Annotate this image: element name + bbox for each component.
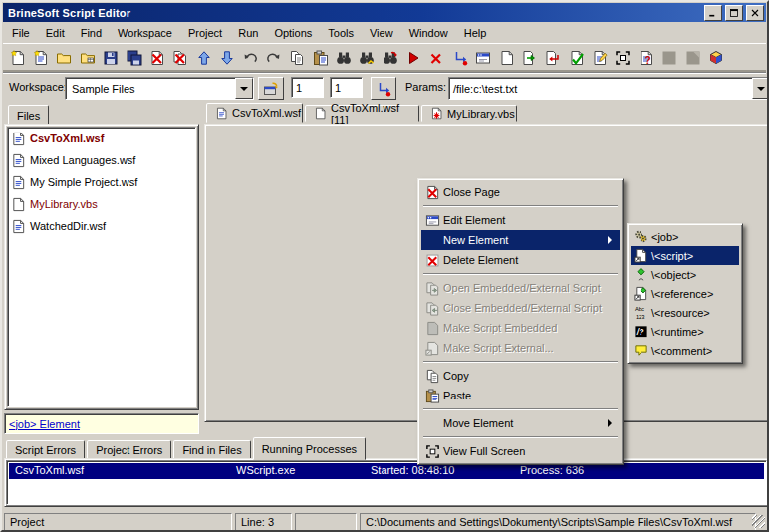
menu-window[interactable]: Window bbox=[401, 25, 456, 41]
status-bar: ProjectLine: 3C:\Documents and Settings\… bbox=[4, 510, 765, 531]
file-item-mixed-languages-wsf[interactable]: Mixed Languages.wsf bbox=[8, 149, 195, 171]
menu-help[interactable]: Help bbox=[456, 25, 495, 41]
file-item-csvtoxml-wsf[interactable]: CsvToXml.wsf bbox=[8, 128, 195, 149]
workspace-combo-dropdown[interactable] bbox=[235, 78, 253, 99]
file-item-label: My Simple Project.wsf bbox=[30, 176, 137, 188]
menu-options[interactable]: Options bbox=[266, 25, 320, 41]
toolbar-about-button[interactable] bbox=[704, 47, 727, 70]
toolbar-save-all-button[interactable] bbox=[123, 47, 145, 70]
tab-script-errors[interactable]: Script Errors bbox=[6, 440, 85, 460]
svg-text:123: 123 bbox=[636, 314, 645, 320]
context-menu-item-new-element[interactable]: New Element bbox=[421, 230, 620, 250]
toolbar-open-workspace-button[interactable] bbox=[76, 47, 99, 70]
toolbar-replace-button[interactable] bbox=[379, 47, 401, 70]
tab-label: Script Errors bbox=[15, 444, 76, 456]
toolbar-save-button[interactable] bbox=[100, 47, 123, 70]
open-embedded-icon bbox=[421, 281, 443, 296]
file-item-mylibrary-vbs[interactable]: MyLibrary.vbs bbox=[8, 193, 195, 215]
file-item-watcheddir-wsf[interactable]: WatchedDir.wsf bbox=[8, 215, 195, 237]
toolbar-redo-button[interactable] bbox=[262, 47, 285, 70]
new-element-submenu: <job>\<script>\<object>\<reference>Abc12… bbox=[627, 223, 743, 364]
svg-text:/?: /? bbox=[636, 327, 643, 337]
maximize-icon bbox=[729, 8, 739, 18]
editor-tab-csvtoxml-wsf[interactable]: CsvToXml.wsf bbox=[206, 103, 303, 123]
context-menu-item-close-page[interactable]: Close Page bbox=[421, 182, 620, 202]
toolbar-move-down-button[interactable] bbox=[216, 47, 239, 70]
toolbar-stop-button[interactable] bbox=[425, 47, 448, 70]
submenu-item-script[interactable]: \<script> bbox=[631, 246, 739, 265]
menu-item-label: Copy bbox=[443, 370, 469, 382]
toolbar-new-document-button[interactable] bbox=[30, 47, 53, 70]
minimize-button[interactable] bbox=[704, 5, 722, 21]
close-button[interactable] bbox=[746, 5, 764, 21]
submenu-item-object[interactable]: \<object> bbox=[631, 265, 739, 284]
toolbar-syntax-check-button[interactable] bbox=[565, 47, 588, 70]
toolbar-find-next-button[interactable] bbox=[356, 47, 379, 70]
maximize-button[interactable] bbox=[725, 5, 743, 21]
toolbar-edit-properties-button[interactable] bbox=[589, 47, 612, 70]
submenu-item-reference[interactable]: \<reference> bbox=[631, 284, 739, 303]
toolbar-paste-button[interactable] bbox=[309, 47, 332, 70]
editor-tab-mylibrary-vbs[interactable]: MyLibrary.vbs bbox=[421, 105, 517, 122]
menu-item-label: Edit Element bbox=[443, 214, 505, 226]
file-item-label: CsvToXml.wsf bbox=[30, 133, 104, 144]
params-combo-dropdown[interactable] bbox=[752, 78, 769, 99]
context-menu-item-paste[interactable]: Paste bbox=[421, 386, 620, 405]
context-menu-item-copy[interactable]: Copy bbox=[421, 366, 620, 386]
current-element-link[interactable]: <job> Element bbox=[9, 418, 80, 430]
line-number-field-1[interactable] bbox=[291, 77, 324, 98]
menu-run[interactable]: Run bbox=[230, 25, 266, 41]
submenu-item-resource[interactable]: Abc123\<resource> bbox=[631, 303, 739, 322]
goto-line-button[interactable] bbox=[371, 77, 396, 100]
toolbar-disabled-1-button[interactable] bbox=[658, 47, 681, 70]
title-bar[interactable]: BrineSoft Script Editor bbox=[3, 3, 766, 22]
menu-project[interactable]: Project bbox=[180, 25, 230, 41]
toolbar-close-all-button[interactable] bbox=[169, 47, 192, 70]
line-number-field-2[interactable] bbox=[330, 77, 363, 98]
params-combo[interactable]: /file:c:\test.txt bbox=[448, 77, 769, 100]
process-row[interactable]: CsvToXml.wsfWScript.exeStarted: 08:48:10… bbox=[9, 463, 764, 479]
process-started: Started: 08:48:10 bbox=[371, 464, 454, 476]
toolbar-find-button[interactable] bbox=[332, 47, 355, 70]
menu-tools[interactable]: Tools bbox=[320, 25, 362, 41]
toolbar-goto-line-button[interactable] bbox=[448, 47, 471, 70]
menu-workspace[interactable]: Workspace bbox=[110, 25, 180, 41]
toolbar-export-script-button[interactable] bbox=[518, 47, 541, 70]
menu-edit[interactable]: Edit bbox=[38, 25, 73, 41]
toolbar-new-blank-button[interactable] bbox=[495, 47, 518, 70]
editor-tab-csvtoxml-wsf-11[interactable]: CsvToXml.wsf [11] bbox=[305, 105, 419, 122]
menu-view[interactable]: View bbox=[362, 25, 401, 41]
menu-file[interactable]: File bbox=[4, 25, 38, 41]
toolbar-undo-button[interactable] bbox=[239, 47, 262, 70]
resize-grip[interactable] bbox=[752, 515, 765, 528]
toolbar-new-file-button[interactable] bbox=[6, 47, 29, 70]
tab-project-errors[interactable]: Project Errors bbox=[87, 440, 171, 460]
submenu-item-job[interactable]: <job> bbox=[631, 227, 739, 246]
tab-files[interactable]: Files bbox=[8, 105, 49, 126]
tab-running-processes[interactable]: Running Processes bbox=[253, 437, 366, 460]
toolbar-run-button[interactable] bbox=[402, 47, 425, 70]
job-icon bbox=[631, 229, 651, 244]
toolbar-console-window-button[interactable] bbox=[472, 47, 495, 70]
toolbar-copy-button[interactable] bbox=[286, 47, 309, 70]
toolbar-help-button[interactable]: ? bbox=[635, 47, 657, 70]
menu-separator bbox=[423, 408, 618, 410]
context-menu-item-edit-element[interactable]: Edit Element bbox=[421, 210, 620, 230]
toolbar-import-script-button[interactable] bbox=[542, 47, 565, 70]
submenu-item-runtime[interactable]: /?\<runtime> bbox=[631, 322, 739, 341]
context-menu-item-move-element[interactable]: Move Element bbox=[421, 413, 620, 433]
reload-workspace-button[interactable] bbox=[258, 77, 284, 100]
submenu-item-comment[interactable]: \<comment> bbox=[631, 341, 739, 360]
context-menu-item-view-full-screen[interactable]: View Full Screen bbox=[421, 441, 620, 461]
context-menu-item-delete-element[interactable]: Delete Element bbox=[421, 250, 620, 270]
tab-find-in-files[interactable]: Find in Files bbox=[173, 440, 250, 460]
toolbar-close-file-button[interactable] bbox=[145, 47, 168, 70]
menu-find[interactable]: Find bbox=[73, 25, 110, 41]
reload-workspace-icon bbox=[263, 81, 279, 97]
toolbar-move-up-button[interactable] bbox=[192, 47, 215, 70]
file-item-my-simple-project-wsf[interactable]: My Simple Project.wsf bbox=[8, 171, 195, 193]
workspace-combo[interactable]: Sample Files bbox=[65, 77, 254, 100]
toolbar-full-screen-button[interactable] bbox=[612, 47, 635, 70]
toolbar-open-file-button[interactable] bbox=[53, 47, 76, 70]
toolbar-disabled-2-button[interactable] bbox=[681, 47, 704, 70]
